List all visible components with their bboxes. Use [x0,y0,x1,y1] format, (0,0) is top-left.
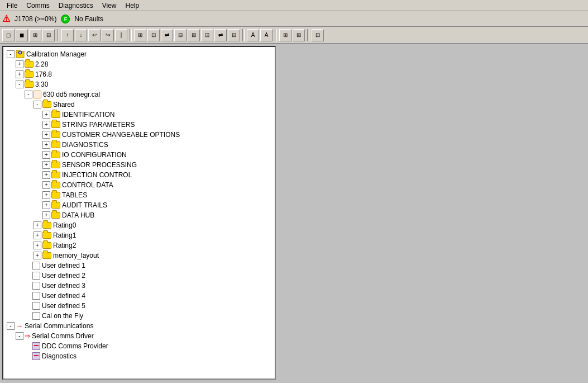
toolbar-btn-17[interactable]: ⊟ [228,29,240,41]
comms-icon-ddc [32,342,40,350]
tree-node-1768[interactable]: + 176.8 [6,69,273,79]
toolbar-btn-12[interactable]: ⇄ [161,29,173,41]
expand-serial-comms[interactable]: - [7,322,15,330]
expand-data-hub[interactable]: + [42,211,50,219]
toolbar-btn-20[interactable]: ⊞ [279,29,291,41]
expand-injection-ctrl[interactable]: + [42,171,50,179]
tree-node-data-hub[interactable]: + DATA HUB [6,210,273,220]
expand-228[interactable]: + [16,60,23,68]
menu-comms[interactable]: Comms [22,1,54,11]
expand-calibration-manager[interactable]: - [7,50,15,58]
tree-root-calibration-manager[interactable]: - Calibration Manager [6,49,273,59]
tree-node-rating1[interactable]: + Rating1 [6,230,273,240]
tree-node-user1[interactable]: User defined 1 [6,261,273,271]
expand-diagnostics-folder[interactable]: + [42,141,50,149]
tree-node-user5[interactable]: User defined 5 [6,301,273,311]
expand-rating0[interactable]: + [34,221,41,229]
toolbar-btn-8[interactable]: ↪ [102,29,114,41]
tree-node-diag-comms[interactable]: Diagnostics [6,351,273,361]
tree-node-cal-on-fly[interactable]: Cal on the Fly [6,311,273,321]
tree-node-serial-comms[interactable]: - → Serial Communications [6,321,273,331]
expand-sensor-proc[interactable]: + [42,161,50,169]
folder-icon-shared [42,101,51,108]
tree-node-identification[interactable]: + IDENTIFICATION [6,110,273,120]
expand-io-config[interactable]: + [42,151,50,159]
expand-identification[interactable]: + [42,111,50,119]
tree-node-io-config[interactable]: + IO CONFIGURATION [6,150,273,160]
toolbar-btn-4[interactable]: ⊟ [42,29,55,41]
expand-630dd5[interactable]: - [25,91,32,98]
tree-node-rating0[interactable]: + Rating0 [6,220,273,230]
tree-node-630dd5[interactable]: - 630 dd5 nonegr.cal [6,89,273,100]
label-rating0: Rating0 [53,220,76,230]
menu-diagnostics[interactable]: Diagnostics [54,1,98,11]
tree-node-user3[interactable]: User defined 3 [6,281,273,291]
label-user1: User defined 1 [42,261,85,271]
expand-rating2[interactable]: + [34,242,41,249]
folder-icon-228 [25,61,34,68]
toolbar-btn-5[interactable]: ↑ [61,29,74,41]
label-sensor-proc: SENSOR PROCESSING [62,160,137,170]
tree-node-string-params[interactable]: + STRING PARAMETERS [6,120,273,130]
toolbar-btn-14[interactable]: ⊞ [188,29,200,41]
toolbar-sep-4 [275,29,277,41]
folder-icon-io-config [51,152,60,158]
expand-control-data[interactable]: + [42,181,50,189]
tree-node-control-data[interactable]: + CONTROL DATA [6,180,273,190]
tree-node-rating2[interactable]: + Rating2 [6,240,273,250]
expand-1768[interactable]: + [16,70,23,78]
menu-file[interactable]: File [2,1,22,11]
tree-node-tables[interactable]: + TABLES [6,190,273,200]
toolbar-btn-16[interactable]: ⇄ [214,29,227,41]
label-user2: User defined 2 [42,271,85,281]
tree-node-ddc-comms[interactable]: DDC Comms Provider [6,341,273,351]
calibration-manager-label: Calibration Manager [26,49,87,59]
toolbar-btn-22[interactable]: ⊡ [312,29,324,41]
fault-indicator: F [61,15,70,23]
expand-330[interactable]: - [16,81,23,88]
expand-shared[interactable]: - [34,101,41,108]
toolbar-btn-1[interactable]: ◻ [2,29,15,41]
tree-node-sensor-proc[interactable]: + SENSOR PROCESSING [6,160,273,170]
toolbar-btn-10[interactable]: ⊞ [134,29,146,41]
toolbar-btn-11[interactable]: ⊡ [147,29,160,41]
expand-string-params[interactable]: + [42,121,50,129]
expand-rating1[interactable]: + [34,231,41,239]
toolbar-btn-7[interactable]: ↩ [88,29,101,41]
folder-icon-sensor-proc [51,162,60,168]
expand-tables[interactable]: + [42,191,50,199]
toolbar-btn-15[interactable]: ⊡ [201,29,213,41]
tree-node-shared[interactable]: - Shared [6,100,273,110]
label-memory-layout: memory_layout [53,250,99,261]
main-content: - Calibration Manager + 2.28 + [0,44,588,382]
menu-help[interactable]: Help [121,1,144,11]
toolbar-btn-13[interactable]: ⊟ [174,29,187,41]
tree-node-serial-driver[interactable]: - ⇒ Serial Comms Driver [6,331,273,341]
tree-panel[interactable]: - Calibration Manager + 2.28 + [2,46,276,380]
tree-node-audit-trails[interactable]: + AUDIT TRAILS [6,200,273,210]
tree-node-memory-layout[interactable]: + memory_layout [6,250,273,261]
toolbar-btn-21[interactable]: ⊞ [293,29,305,41]
tree-node-user4[interactable]: User defined 4 [6,291,273,301]
toolbar-btn-2[interactable]: ◼ [16,29,28,41]
folder-icon-data-hub [51,212,60,219]
label-user4: User defined 4 [42,291,85,301]
toolbar-btn-3[interactable]: ⊞ [29,29,41,41]
expand-serial-driver[interactable]: - [16,332,23,340]
expand-customer-opts[interactable]: + [42,131,50,139]
tree-node-customer-opts[interactable]: + CUSTOMER CHANGEABLE OPTIONS [6,130,273,140]
tree-node-injection-ctrl[interactable]: + INJECTION CONTROL [6,170,273,180]
folder-icon-330 [25,81,34,88]
folder-icon-audit-trails [51,202,60,209]
expand-memory-layout[interactable]: + [34,252,41,259]
toolbar-btn-18[interactable]: A [247,29,259,41]
toolbar-btn-9[interactable]: | [115,29,127,41]
expand-audit-trails[interactable]: + [42,201,50,209]
tree-node-228[interactable]: + 2.28 [6,59,273,69]
toolbar-btn-19[interactable]: A [260,29,273,41]
tree-node-user2[interactable]: User defined 2 [6,271,273,281]
menu-view[interactable]: View [98,1,121,11]
tree-node-330[interactable]: - 3.30 [6,79,273,89]
tree-node-diagnostics-folder[interactable]: + DIAGNOSTICS [6,140,273,150]
toolbar-btn-6[interactable]: ↓ [75,29,87,41]
